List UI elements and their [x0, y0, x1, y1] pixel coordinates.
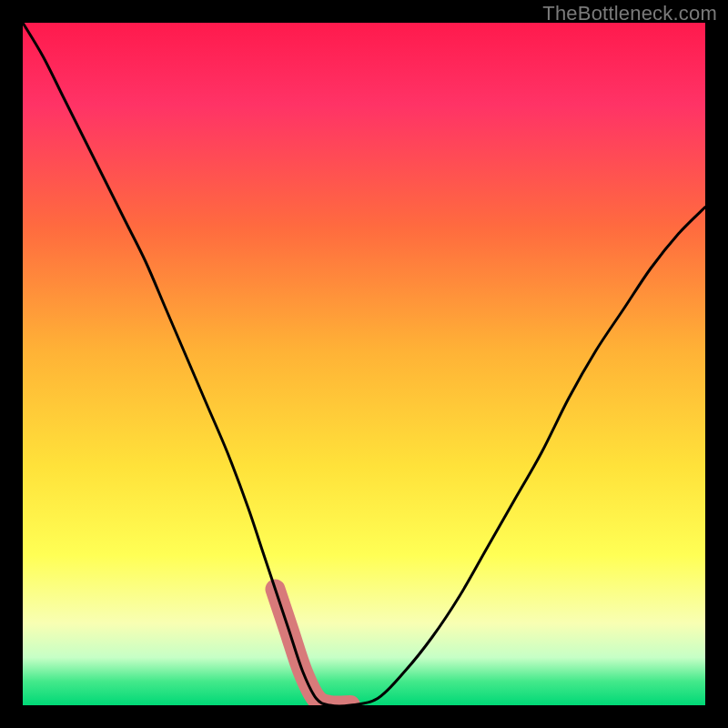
chart-plot-area — [23, 23, 705, 705]
chart-svg — [23, 23, 705, 705]
gradient-background — [23, 23, 705, 705]
chart-frame: TheBottleneck.com — [0, 0, 728, 728]
watermark-text: TheBottleneck.com — [542, 2, 717, 25]
